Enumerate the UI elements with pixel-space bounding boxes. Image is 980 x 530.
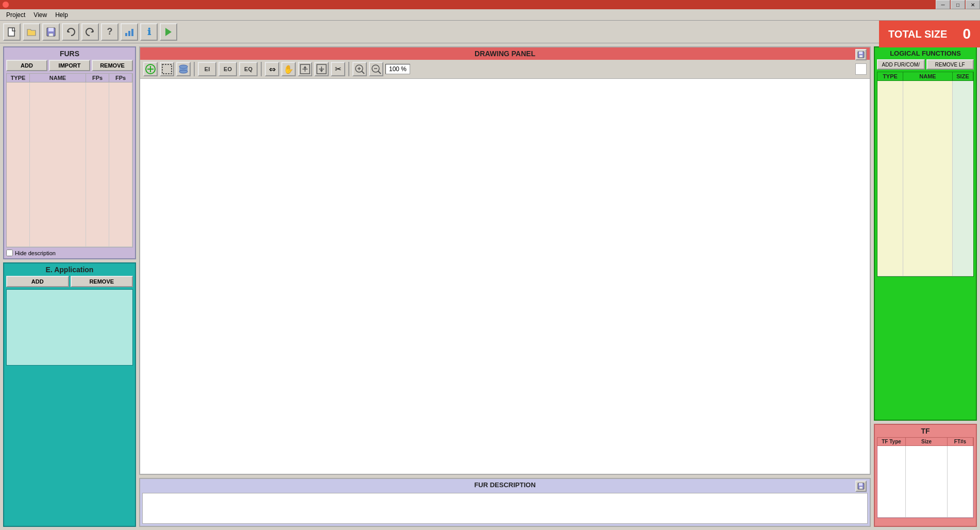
add-node-button[interactable] [143, 62, 158, 76]
logical-col-type: TYPE [877, 72, 903, 80]
cut-button[interactable]: ✂ [331, 62, 345, 76]
furs-title: FURS [6, 49, 133, 58]
furs-panel: FURS ADD IMPORT REMOVE TYPE NAME FPs FPs… [3, 46, 136, 259]
chart-button[interactable] [121, 23, 138, 41]
drawing-panel-title: DRAWING PANEL [475, 49, 535, 58]
drawing-canvas[interactable] [140, 79, 870, 474]
total-size-label: TOTAL SIZE [888, 28, 947, 40]
svg-rect-8 [131, 29, 133, 36]
help-button[interactable]: ? [101, 23, 119, 41]
logical-remove-button[interactable]: REMOVE LF [926, 59, 974, 70]
arrow-button[interactable]: ⇔ [265, 62, 279, 76]
logical-table-body [877, 81, 974, 277]
svg-marker-4 [67, 30, 70, 32]
svg-point-19 [179, 70, 188, 73]
furs-cell [109, 82, 132, 247]
svg-rect-37 [859, 487, 863, 489]
svg-rect-2 [48, 28, 54, 31]
furs-table-header: TYPE NAME FPs FPs [6, 73, 133, 82]
logical-functions-panel: LOGICAL FUNCTIONS ADD FUR/COM/ REMOVE LF… [874, 46, 977, 421]
eapp-title: E. Application [6, 266, 133, 274]
logical-cell [953, 81, 973, 276]
svg-rect-6 [125, 33, 127, 36]
database-button[interactable] [176, 62, 191, 76]
zoom-out-button[interactable] [369, 62, 383, 76]
title-bar-controls: ─ □ ✕ [936, 0, 980, 9]
menu-project[interactable]: Project [2, 10, 29, 20]
maximize-btn[interactable]: □ [951, 0, 965, 9]
drawing-panel-header: DRAWING PANEL [140, 47, 870, 60]
svg-marker-5 [91, 30, 93, 32]
svg-rect-7 [128, 31, 130, 36]
export-button[interactable] [160, 23, 177, 41]
toolbar: ? ℹ TOTAL SIZE 0 [0, 21, 980, 43]
menu-bar: Project View Help [0, 9, 980, 21]
eapp-panel: E. Application ADD REMOVE [3, 262, 136, 527]
draw-separator-3 [348, 62, 349, 76]
tf-cell [877, 446, 906, 518]
furs-remove-button[interactable]: REMOVE [92, 60, 133, 71]
furs-add-button[interactable]: ADD [6, 60, 47, 71]
center-panel: DRAWING PANEL [139, 46, 871, 527]
furs-import-button[interactable]: IMPORT [49, 60, 90, 71]
logical-col-name: NAME [903, 72, 953, 80]
menu-view[interactable]: View [29, 10, 51, 20]
furs-cell [86, 82, 109, 247]
logical-cell [903, 81, 953, 276]
furs-col-fps2: FPs [109, 74, 132, 82]
drawing-toolbar: EI EO EQ ⇔ ✋ [140, 60, 870, 79]
tf-table-body [877, 446, 974, 518]
title-bar-close-btn[interactable] [2, 1, 9, 8]
ei-button[interactable]: EI [198, 62, 216, 76]
hide-description-checkbox[interactable] [6, 250, 13, 256]
move-out-button[interactable] [314, 62, 329, 76]
furs-col-type: TYPE [7, 74, 30, 82]
open-button[interactable] [23, 23, 40, 41]
left-panel: FURS ADD IMPORT REMOVE TYPE NAME FPs FPs… [3, 46, 136, 527]
info-button[interactable]: ℹ [140, 23, 158, 41]
redo-button[interactable] [81, 23, 99, 41]
tf-col-type: TF Type [877, 438, 906, 445]
menu-help[interactable]: Help [51, 10, 72, 20]
save-button[interactable] [42, 23, 60, 41]
fur-desc-save-button[interactable] [855, 481, 867, 492]
tf-col-ftns: FT#s [948, 438, 973, 445]
hand-button[interactable]: ✋ [281, 62, 296, 76]
tf-cell [906, 446, 948, 518]
svg-rect-11 [859, 52, 863, 54]
fur-desc-panel: FUR DESCRIPTION [139, 478, 871, 527]
logical-table-header: TYPE NAME SIZE [877, 72, 974, 81]
logical-add-button[interactable]: ADD FUR/COM/ [877, 59, 925, 70]
tf-panel: TF TF Type Size FT#s [874, 424, 977, 527]
draw-separator [194, 62, 195, 76]
furs-cell [7, 82, 30, 247]
eo-button[interactable]: EO [218, 62, 237, 76]
svg-rect-0 [8, 28, 14, 36]
move-in-button[interactable] [298, 62, 312, 76]
furs-col-fps1: FPs [86, 74, 109, 82]
fur-desc-body[interactable] [142, 493, 868, 524]
drawing-panel-save-button[interactable] [855, 49, 867, 60]
new-button[interactable] [3, 23, 21, 41]
furs-table-body [6, 82, 133, 247]
zoom-display: 100 % [385, 64, 410, 74]
svg-line-33 [378, 71, 381, 74]
eapp-remove-button[interactable]: REMOVE [71, 276, 133, 287]
eq-button[interactable]: EQ [239, 62, 258, 76]
svg-rect-36 [859, 483, 863, 486]
drawing-toolbar-indicator [855, 63, 867, 75]
eapp-add-button[interactable]: ADD [6, 276, 69, 287]
tf-cell [948, 446, 973, 518]
eapp-body [6, 289, 133, 366]
zoom-in-button[interactable] [352, 62, 367, 76]
minimize-btn[interactable]: ─ [936, 0, 950, 9]
select-button[interactable] [160, 62, 174, 76]
fur-desc-header: FUR DESCRIPTION [140, 479, 870, 491]
undo-button[interactable] [62, 23, 79, 41]
hide-description-label: Hide description [15, 250, 56, 256]
total-size-box: TOTAL SIZE 0 [879, 21, 980, 47]
logical-cell [877, 81, 903, 276]
svg-marker-27 [320, 70, 323, 72]
close-btn[interactable]: ✕ [966, 0, 980, 9]
logical-functions-title: LOGICAL FUNCTIONS [877, 49, 974, 57]
